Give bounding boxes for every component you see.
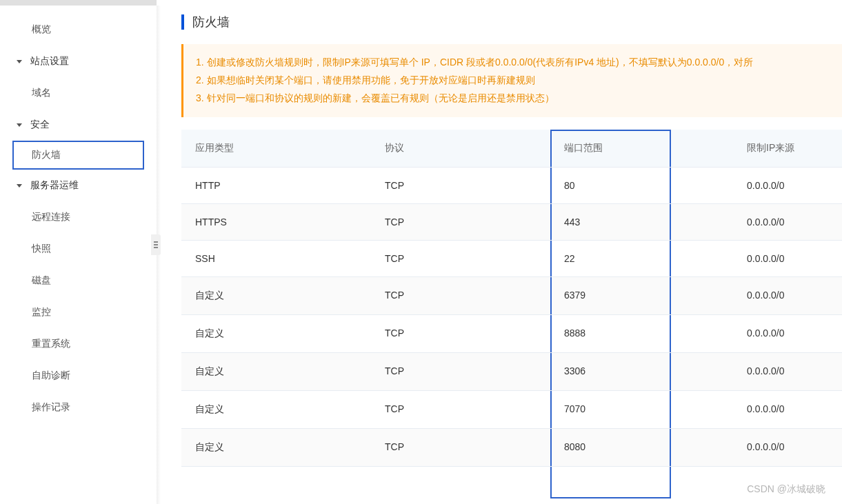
sidebar-item-site-settings[interactable]: 站点设置 bbox=[0, 46, 157, 77]
sidebar-item-label: 操作记录 bbox=[32, 401, 70, 414]
sidebar-item-label: 磁盘 bbox=[32, 274, 51, 287]
cell-protocol: TCP bbox=[371, 204, 550, 241]
cell-protocol: TCP bbox=[371, 391, 550, 429]
cell-ip-limit: 0.0.0.0/0 bbox=[671, 315, 842, 353]
sidebar-item-label: 站点设置 bbox=[30, 55, 69, 68]
table-row[interactable]: 自定义 TCP 7070 0.0.0.0/0 bbox=[181, 391, 842, 429]
caret-down-icon bbox=[17, 184, 22, 188]
cell-ip-limit: 0.0.0.0/0 bbox=[671, 429, 842, 467]
cell-app-type: 自定义 bbox=[181, 353, 371, 391]
notice-line: 3. 针对同一端口和协议的规则的新建，会覆盖已有规则（无论是启用还是禁用状态） bbox=[196, 90, 830, 108]
firewall-table: 应用类型 协议 端口范围 限制IP来源 HTTP TCP 80 0.0.0.0/… bbox=[181, 130, 842, 467]
main-content: 防火墙 1. 创建或修改防火墙规则时，限制IP来源可填写单个 IP，CIDR 段… bbox=[157, 6, 842, 504]
sidebar-item-self-diagnosis[interactable]: 自助诊断 bbox=[0, 360, 157, 392]
notice-line: 1. 创建或修改防火墙规则时，限制IP来源可填写单个 IP，CIDR 段或者0.… bbox=[196, 54, 830, 72]
cell-ip-limit: 0.0.0.0/0 bbox=[671, 277, 842, 315]
table-row[interactable]: HTTPS TCP 443 0.0.0.0/0 bbox=[181, 204, 842, 241]
sidebar-item-label: 远程连接 bbox=[32, 211, 70, 223]
table-row[interactable]: HTTP TCP 80 0.0.0.0/0 bbox=[181, 168, 842, 204]
sidebar-collapse-handle[interactable] bbox=[151, 234, 161, 255]
table-row[interactable]: 自定义 TCP 8888 0.0.0.0/0 bbox=[181, 315, 842, 353]
cell-ip-limit: 0.0.0.0/0 bbox=[671, 391, 842, 429]
cell-port-range: 8888 bbox=[550, 315, 671, 353]
table-header-row: 应用类型 协议 端口范围 限制IP来源 bbox=[181, 130, 842, 168]
cell-app-type: 自定义 bbox=[181, 391, 371, 429]
cell-protocol: TCP bbox=[371, 241, 550, 277]
notice-box: 1. 创建或修改防火墙规则时，限制IP来源可填写单个 IP，CIDR 段或者0.… bbox=[181, 44, 842, 117]
page-title: 防火墙 bbox=[192, 14, 230, 30]
cell-protocol: TCP bbox=[371, 315, 550, 353]
sidebar-item-label: 安全 bbox=[30, 119, 50, 131]
cell-port-range: 22 bbox=[550, 241, 671, 277]
sidebar-item-remote-connect[interactable]: 远程连接 bbox=[0, 201, 157, 233]
cell-ip-limit: 0.0.0.0/0 bbox=[671, 241, 842, 277]
sidebar-item-security[interactable]: 安全 bbox=[0, 109, 157, 141]
cell-protocol: TCP bbox=[371, 429, 550, 467]
th-port-range: 端口范围 bbox=[550, 130, 671, 168]
sidebar-item-overview[interactable]: 概览 bbox=[0, 14, 157, 46]
cell-port-range: 80 bbox=[550, 168, 671, 204]
cell-app-type: HTTPS bbox=[181, 204, 371, 241]
table-row[interactable]: 自定义 TCP 3306 0.0.0.0/0 bbox=[181, 353, 842, 391]
cell-app-type: 自定义 bbox=[181, 429, 371, 467]
notice-line: 2. 如果想临时关闭某个端口，请使用禁用功能，免于开放对应端口时再新建规则 bbox=[196, 72, 830, 90]
cell-protocol: TCP bbox=[371, 168, 550, 204]
cell-port-range: 3306 bbox=[550, 353, 671, 391]
cell-port-range: 7070 bbox=[550, 391, 671, 429]
sidebar: 概览 站点设置 域名 安全 防火墙 服务器运维 远程连接 快照 磁盘 bbox=[0, 6, 157, 504]
th-protocol: 协议 bbox=[371, 130, 550, 168]
table-row[interactable]: SSH TCP 22 0.0.0.0/0 bbox=[181, 241, 842, 277]
cell-ip-limit: 0.0.0.0/0 bbox=[671, 168, 842, 204]
sidebar-item-server-ops[interactable]: 服务器运维 bbox=[0, 170, 157, 201]
th-app-type: 应用类型 bbox=[181, 130, 371, 168]
sidebar-item-label: 域名 bbox=[32, 87, 51, 99]
sidebar-item-label: 概览 bbox=[32, 23, 51, 36]
cell-port-range: 6379 bbox=[550, 277, 671, 315]
th-ip-limit: 限制IP来源 bbox=[671, 130, 842, 168]
cell-protocol: TCP bbox=[371, 353, 550, 391]
title-accent-bar bbox=[181, 14, 184, 30]
sidebar-item-reset-system[interactable]: 重置系统 bbox=[0, 328, 157, 360]
sidebar-item-monitor[interactable]: 监控 bbox=[0, 296, 157, 328]
cell-ip-limit: 0.0.0.0/0 bbox=[671, 204, 842, 241]
sidebar-item-snapshot[interactable]: 快照 bbox=[0, 233, 157, 265]
cell-port-range: 443 bbox=[550, 204, 671, 241]
top-bar bbox=[0, 0, 157, 6]
sidebar-item-label: 重置系统 bbox=[32, 338, 70, 350]
cell-protocol: TCP bbox=[371, 277, 550, 315]
cell-app-type: SSH bbox=[181, 241, 371, 277]
cell-app-type: HTTP bbox=[181, 168, 371, 204]
sidebar-item-label: 监控 bbox=[32, 306, 51, 319]
sidebar-item-label: 防火墙 bbox=[32, 149, 61, 161]
page-title-wrap: 防火墙 bbox=[181, 14, 842, 30]
cell-ip-limit: 0.0.0.0/0 bbox=[671, 353, 842, 391]
sidebar-item-domain[interactable]: 域名 bbox=[0, 77, 157, 109]
sidebar-item-label: 自助诊断 bbox=[32, 370, 70, 382]
sidebar-item-firewall[interactable]: 防火墙 bbox=[12, 141, 144, 170]
caret-down-icon bbox=[17, 60, 22, 63]
sidebar-item-label: 服务器运维 bbox=[30, 179, 79, 192]
caret-down-icon bbox=[17, 123, 22, 127]
sidebar-item-label: 快照 bbox=[32, 243, 51, 255]
cell-app-type: 自定义 bbox=[181, 277, 371, 315]
table-row[interactable]: 自定义 TCP 6379 0.0.0.0/0 bbox=[181, 277, 842, 315]
cell-app-type: 自定义 bbox=[181, 315, 371, 353]
cell-port-range: 8080 bbox=[550, 429, 671, 467]
sidebar-item-operation-log[interactable]: 操作记录 bbox=[0, 392, 157, 423]
table-row[interactable]: 自定义 TCP 8080 0.0.0.0/0 bbox=[181, 429, 842, 467]
sidebar-item-disk[interactable]: 磁盘 bbox=[0, 265, 157, 296]
